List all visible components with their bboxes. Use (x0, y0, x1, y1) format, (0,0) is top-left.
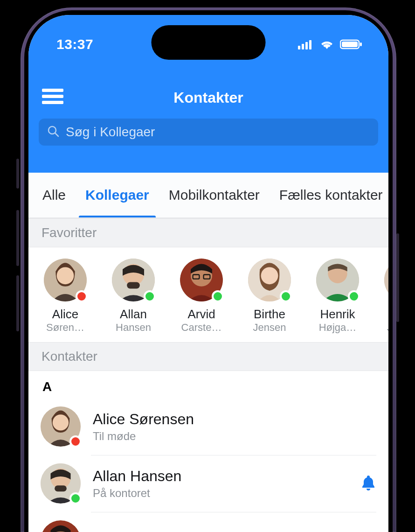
svg-rect-3 (309, 40, 311, 49)
tab-kollegaer[interactable]: Kollegaer (85, 173, 149, 217)
favorite-item[interactable]: Alice Søren… (41, 259, 90, 334)
search-icon (47, 125, 59, 139)
favorite-item[interactable]: Arvid Carste… (177, 259, 226, 334)
presence-badge (69, 492, 82, 504)
contact-status: På kontoret (93, 487, 348, 500)
presence-badge (76, 290, 88, 302)
battery-icon (340, 39, 362, 49)
favorite-last: Jensen (245, 322, 294, 334)
favorite-first: Arvid (177, 307, 226, 322)
svg-rect-5 (342, 42, 358, 47)
contact-name: Alice Sørensen (93, 411, 376, 428)
cellular-icon (298, 39, 314, 49)
search-input[interactable] (66, 125, 370, 140)
bell-icon[interactable] (360, 474, 376, 493)
svg-rect-19 (127, 282, 140, 289)
svg-rect-6 (360, 42, 362, 46)
svg-rect-7 (42, 89, 63, 92)
avatar (41, 520, 81, 532)
contact-row[interactable]: Alice Sørensen Til møde (28, 398, 388, 455)
page-title: Kontakter (65, 89, 352, 106)
tab-faelles[interactable]: Fælles kontakter (279, 173, 383, 217)
favorite-first: Allan (109, 307, 158, 322)
favorite-last: Johns… (381, 322, 388, 334)
svg-point-15 (57, 267, 74, 284)
svg-rect-2 (305, 42, 308, 49)
svg-rect-33 (384, 259, 388, 301)
contact-status: Til møde (93, 430, 376, 443)
presence-badge (144, 290, 156, 302)
wifi-icon (319, 39, 334, 49)
section-favorites: Favoritter (28, 218, 388, 247)
search-bar[interactable] (39, 119, 378, 146)
tab-mobilkontakter[interactable]: Mobilkontakter (169, 173, 260, 217)
favorite-first: Helle (381, 307, 388, 322)
favorite-first: Birthe (245, 307, 294, 322)
favorite-last: Hansen (109, 322, 158, 334)
favorites-row[interactable]: Alice Søren… Allan Hansen (28, 247, 388, 342)
contact-name: Allan Hansen (93, 468, 348, 485)
contact-row[interactable]: Allan Hansen På kontoret (28, 455, 388, 512)
screen: 13:37 (28, 15, 388, 532)
favorite-last: Søren… (41, 322, 90, 334)
favorite-item[interactable]: Helle Johns… (381, 259, 388, 334)
tab-alle[interactable]: Alle (42, 173, 66, 217)
presence-badge (280, 290, 292, 302)
menu-button[interactable] (41, 88, 65, 107)
favorite-item[interactable]: Henrik Højga… (313, 259, 362, 334)
hamburger-icon (42, 89, 63, 106)
tabs: Alle Kollegaer Mobilkontakter Fælles kon… (28, 173, 388, 218)
favorite-item[interactable]: Birthe Jensen (245, 259, 294, 334)
presence-badge (348, 290, 360, 302)
phone-frame: 13:37 (21, 7, 396, 532)
svg-line-11 (55, 133, 58, 136)
favorite-item[interactable]: Allan Hansen (109, 259, 158, 334)
avatar (384, 259, 388, 301)
favorite-last: Carste… (177, 322, 226, 334)
alpha-header: A (28, 371, 388, 398)
svg-point-28 (261, 267, 278, 284)
svg-rect-8 (42, 95, 63, 98)
dynamic-island (152, 25, 266, 60)
favorite-first: Henrik (313, 307, 362, 322)
svg-rect-43 (55, 485, 67, 491)
favorite-last: Højga… (313, 322, 362, 334)
svg-rect-9 (42, 101, 63, 104)
contact-row[interactable]: Arvid Carstensen (28, 512, 388, 532)
svg-point-39 (53, 414, 69, 430)
presence-badge (69, 435, 82, 448)
section-contacts: Kontakter (28, 342, 388, 371)
status-time: 13:37 (56, 36, 93, 52)
svg-rect-0 (298, 46, 300, 49)
presence-badge (212, 290, 224, 302)
favorite-first: Alice (41, 307, 90, 322)
svg-rect-1 (302, 44, 304, 49)
